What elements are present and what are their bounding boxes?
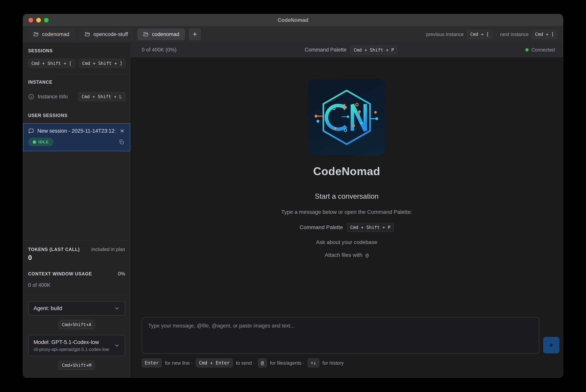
instance-info-shortcut: Cmd + Shift + L — [78, 92, 125, 101]
next-instance-label: next instance — [500, 32, 529, 37]
arrows-key-hint: ↑↓ — [308, 358, 319, 368]
zoom-window-button[interactable] — [44, 18, 49, 22]
status-dot — [33, 140, 36, 144]
context-usage-percent: 0% — [118, 271, 125, 277]
chat-bubble-icon — [28, 128, 34, 134]
user-sessions-header: USER SESSIONS — [28, 113, 125, 118]
copy-icon[interactable] — [119, 139, 125, 145]
previous-instance-label: previous instance — [426, 32, 464, 37]
minimize-window-button[interactable] — [36, 18, 41, 22]
hint-attach-files: Attach files with — [325, 252, 363, 258]
app-name: CodeNomad — [313, 164, 380, 178]
command-palette-shortcut[interactable]: Cmd + Shift + P — [350, 46, 397, 54]
sessions-header: SESSIONS — [28, 48, 125, 54]
sessions-section: SESSIONS Cmd + Shift + [ Cmd + Shift + ] — [23, 42, 130, 74]
hero-command-palette-label: Command Palette — [300, 224, 343, 230]
hint-text: to send · — [236, 360, 255, 366]
close-session-icon[interactable]: ✕ — [119, 128, 125, 134]
play-icon — [548, 342, 554, 348]
hint-text: for files/agents · — [270, 360, 304, 366]
tab-label: codenomad — [42, 32, 69, 38]
agent-select[interactable]: Agent: build — [28, 301, 125, 316]
agent-shortcut: Cmd+Shift+A — [59, 320, 95, 329]
previous-instance-shortcut: Cmd + [ — [467, 30, 492, 39]
session-status-badge: IDLE — [28, 138, 54, 146]
separator: · — [495, 32, 497, 37]
connected-dot — [525, 48, 529, 52]
selector-section: Agent: build Cmd+Shift+A Model: GPT-5.1-… — [23, 295, 130, 378]
send-button[interactable] — [543, 337, 559, 354]
context-usage-summary: 0 of 400K (0%) — [142, 47, 177, 53]
session-list-item[interactable]: New session - 2025-11-14T23:12:... ✕ IDL… — [23, 123, 130, 151]
hint-ask-codebase: Ask about your codebase — [316, 239, 377, 246]
enter-key-hint: Enter — [142, 358, 162, 368]
composer — [130, 317, 563, 354]
main-topbar: 0 of 400K (0%) Command Palette Cmd + Shi… — [130, 42, 563, 57]
folder-icon — [143, 32, 149, 37]
model-select[interactable]: Model: GPT-5.1-Codex-low cli-proxy-api-o… — [28, 335, 125, 356]
tab-label: opencode-stuff — [93, 32, 128, 38]
hint-text: for history — [322, 360, 344, 366]
instance-header: INSTANCE — [28, 80, 125, 85]
titlebar: CodeNomad — [23, 14, 563, 26]
context-usage-detail: 0 of 400K — [28, 282, 125, 288]
tokens-value: 0 — [28, 254, 125, 262]
model-shortcut: Cmd+Shift+M — [59, 361, 95, 370]
traffic-lights — [29, 14, 49, 26]
main-area: 0 of 400K (0%) Command Palette Cmd + Shi… — [130, 42, 563, 378]
context-usage-header: CONTEXT WINDOW USAGE — [28, 271, 92, 276]
hint-text: for new line · — [165, 360, 193, 366]
instance-info-row[interactable]: Instance Info Cmd + Shift + L — [28, 92, 125, 101]
sessions-prev-shortcut: Cmd + Shift + [ — [28, 59, 75, 68]
tab-codenomad-2-active[interactable]: codenomad — [137, 28, 185, 40]
window-title: CodeNomad — [278, 17, 308, 23]
session-title: New session - 2025-11-14T23:12:... — [38, 128, 116, 134]
at-key-hint: @ — [258, 358, 267, 368]
new-tab-button[interactable]: + — [189, 28, 201, 40]
message-input[interactable] — [142, 317, 539, 354]
info-icon — [28, 94, 34, 100]
tab-label: codenomad — [152, 32, 179, 38]
sidebar: SESSIONS Cmd + Shift + [ Cmd + Shift + ]… — [23, 42, 130, 378]
tab-opencode-stuff[interactable]: opencode-stuff — [79, 28, 134, 40]
tab-codenomad-1[interactable]: codenomad — [27, 28, 75, 40]
composer-hints: Enter for new line · Cmd + Enter to send… — [130, 354, 563, 378]
codenomad-logo — [308, 79, 385, 156]
empty-state-subtitle: Type a message below or open the Command… — [281, 209, 412, 215]
connected-label: Connected — [531, 47, 555, 53]
close-window-button[interactable] — [29, 18, 33, 22]
instance-info-label: Instance Info — [38, 94, 75, 100]
instance-section: INSTANCE Instance Info Cmd + Shift + L — [23, 74, 130, 107]
model-select-sublabel: cli-proxy-api-openai/gpt-5.1-codex-low — [34, 347, 114, 352]
empty-state: CodeNomad Start a conversation Type a me… — [130, 57, 563, 317]
tokens-section: TOKENS (LAST CALL) Included in plan 0 CO… — [23, 241, 130, 295]
next-instance-shortcut: Cmd + ] — [532, 30, 557, 39]
instance-nav: previous instance Cmd + [ · next instanc… — [426, 30, 557, 39]
status-label: IDLE — [38, 140, 49, 144]
connection-status: Connected — [525, 47, 555, 53]
user-sessions-section: USER SESSIONS New session - 2025-11-14T2… — [23, 107, 130, 151]
command-palette-label: Command Palette — [305, 47, 346, 53]
empty-state-title: Start a conversation — [315, 192, 378, 200]
session-list-empty-space — [23, 151, 130, 240]
cmd-enter-key-hint: Cmd + Enter — [196, 358, 233, 368]
tokens-header: TOKENS (LAST CALL) — [28, 247, 80, 252]
tab-bar: codenomad opencode-stuff codenomad + pre… — [23, 26, 563, 42]
plan-note: Included in plan — [91, 246, 125, 252]
app-window: CodeNomad codenomad opencode-stuff coden… — [23, 14, 563, 378]
chevron-down-icon — [114, 306, 120, 311]
sessions-next-shortcut: Cmd + Shift + ] — [79, 59, 126, 68]
chevron-down-icon — [114, 342, 120, 348]
model-select-label: Model: GPT-5.1-Codex-low — [34, 339, 114, 345]
at-symbol: @ — [365, 252, 369, 258]
agent-select-label: Agent: build — [34, 305, 114, 312]
hero-command-palette-shortcut[interactable]: Cmd + Shift + P — [347, 223, 394, 232]
folder-icon — [85, 32, 90, 37]
folder-icon — [33, 32, 39, 37]
